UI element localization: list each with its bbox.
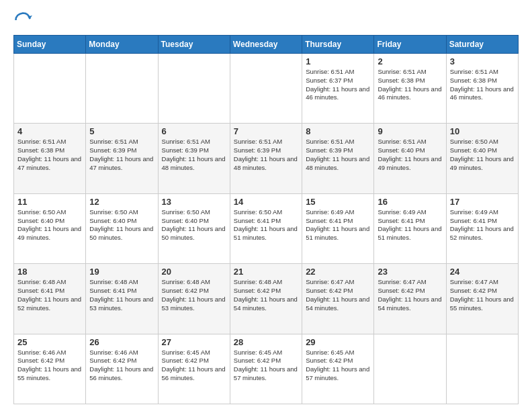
day-cell: 18Sunrise: 6:48 AM Sunset: 6:41 PM Dayli… [14, 264, 86, 334]
day-number: 15 [306, 197, 370, 207]
day-cell: 10Sunrise: 6:50 AM Sunset: 6:40 PM Dayli… [446, 124, 518, 193]
day-info: Sunrise: 6:50 AM Sunset: 6:41 PM Dayligh… [234, 208, 298, 242]
day-info: Sunrise: 6:47 AM Sunset: 6:42 PM Dayligh… [378, 278, 442, 312]
day-info: Sunrise: 6:51 AM Sunset: 6:39 PM Dayligh… [234, 138, 298, 172]
day-number: 9 [378, 126, 442, 136]
day-header-monday: Monday [86, 36, 158, 54]
day-info: Sunrise: 6:46 AM Sunset: 6:42 PM Dayligh… [17, 349, 82, 383]
week-row-1: 1Sunrise: 6:51 AM Sunset: 6:37 PM Daylig… [14, 54, 519, 124]
day-number: 1 [306, 56, 370, 66]
day-cell: 8Sunrise: 6:51 AM Sunset: 6:39 PM Daylig… [302, 124, 374, 193]
day-info: Sunrise: 6:48 AM Sunset: 6:42 PM Dayligh… [162, 278, 226, 312]
header [13, 11, 519, 30]
day-cell: 7Sunrise: 6:51 AM Sunset: 6:39 PM Daylig… [230, 124, 302, 193]
day-cell: 15Sunrise: 6:49 AM Sunset: 6:41 PM Dayli… [302, 193, 374, 263]
day-cell [446, 334, 518, 404]
day-number: 13 [162, 197, 226, 207]
day-cell: 19Sunrise: 6:48 AM Sunset: 6:41 PM Dayli… [86, 264, 158, 334]
day-info: Sunrise: 6:51 AM Sunset: 6:39 PM Dayligh… [89, 138, 154, 172]
logo [13, 11, 35, 30]
day-cell: 11Sunrise: 6:50 AM Sunset: 6:40 PM Dayli… [14, 193, 86, 263]
day-cell: 16Sunrise: 6:49 AM Sunset: 6:41 PM Dayli… [374, 193, 446, 263]
day-number: 3 [450, 56, 515, 66]
week-row-5: 25Sunrise: 6:46 AM Sunset: 6:42 PM Dayli… [14, 334, 519, 404]
day-cell: 25Sunrise: 6:46 AM Sunset: 6:42 PM Dayli… [14, 334, 86, 404]
day-cell: 12Sunrise: 6:50 AM Sunset: 6:40 PM Dayli… [86, 193, 158, 263]
day-info: Sunrise: 6:51 AM Sunset: 6:40 PM Dayligh… [378, 138, 442, 172]
day-number: 22 [306, 267, 370, 277]
day-info: Sunrise: 6:51 AM Sunset: 6:38 PM Dayligh… [17, 138, 82, 172]
day-number: 2 [378, 56, 442, 66]
day-cell: 1Sunrise: 6:51 AM Sunset: 6:37 PM Daylig… [302, 54, 374, 124]
day-cell: 5Sunrise: 6:51 AM Sunset: 6:39 PM Daylig… [86, 124, 158, 193]
day-header-thursday: Thursday [302, 36, 374, 54]
day-number: 4 [17, 126, 82, 136]
day-info: Sunrise: 6:45 AM Sunset: 6:42 PM Dayligh… [234, 349, 298, 383]
day-info: Sunrise: 6:51 AM Sunset: 6:38 PM Dayligh… [378, 68, 442, 102]
day-info: Sunrise: 6:45 AM Sunset: 6:42 PM Dayligh… [306, 349, 370, 383]
day-number: 12 [89, 197, 154, 207]
day-cell: 29Sunrise: 6:45 AM Sunset: 6:42 PM Dayli… [302, 334, 374, 404]
day-number: 20 [162, 267, 226, 277]
day-number: 26 [89, 337, 154, 347]
day-info: Sunrise: 6:51 AM Sunset: 6:39 PM Dayligh… [306, 138, 370, 172]
day-cell: 27Sunrise: 6:45 AM Sunset: 6:42 PM Dayli… [158, 334, 230, 404]
day-cell: 28Sunrise: 6:45 AM Sunset: 6:42 PM Dayli… [230, 334, 302, 404]
day-number: 14 [234, 197, 298, 207]
week-row-4: 18Sunrise: 6:48 AM Sunset: 6:41 PM Dayli… [14, 264, 519, 334]
day-info: Sunrise: 6:47 AM Sunset: 6:42 PM Dayligh… [450, 278, 515, 312]
day-info: Sunrise: 6:47 AM Sunset: 6:42 PM Dayligh… [306, 278, 370, 312]
day-number: 25 [17, 337, 82, 347]
day-header-sunday: Sunday [14, 36, 86, 54]
day-number: 17 [450, 197, 515, 207]
day-info: Sunrise: 6:48 AM Sunset: 6:42 PM Dayligh… [234, 278, 298, 312]
day-cell: 21Sunrise: 6:48 AM Sunset: 6:42 PM Dayli… [230, 264, 302, 334]
day-info: Sunrise: 6:49 AM Sunset: 6:41 PM Dayligh… [306, 208, 370, 242]
day-info: Sunrise: 6:50 AM Sunset: 6:40 PM Dayligh… [450, 138, 515, 172]
calendar-page: SundayMondayTuesdayWednesdayThursdayFrid… [0, 0, 532, 411]
calendar-table: SundayMondayTuesdayWednesdayThursdayFrid… [13, 35, 519, 404]
day-info: Sunrise: 6:48 AM Sunset: 6:41 PM Dayligh… [17, 278, 82, 312]
week-row-2: 4Sunrise: 6:51 AM Sunset: 6:38 PM Daylig… [14, 124, 519, 193]
day-number: 27 [162, 337, 226, 347]
day-number: 6 [162, 126, 226, 136]
day-number: 29 [306, 337, 370, 347]
day-cell [14, 54, 86, 124]
day-info: Sunrise: 6:51 AM Sunset: 6:38 PM Dayligh… [450, 68, 515, 102]
day-number: 28 [234, 337, 298, 347]
day-cell [86, 54, 158, 124]
day-info: Sunrise: 6:51 AM Sunset: 6:39 PM Dayligh… [162, 138, 226, 172]
day-info: Sunrise: 6:50 AM Sunset: 6:40 PM Dayligh… [162, 208, 226, 242]
day-number: 8 [306, 126, 370, 136]
day-cell: 17Sunrise: 6:49 AM Sunset: 6:41 PM Dayli… [446, 193, 518, 263]
day-info: Sunrise: 6:49 AM Sunset: 6:41 PM Dayligh… [450, 208, 515, 242]
day-number: 24 [450, 267, 515, 277]
day-number: 23 [378, 267, 442, 277]
day-header-wednesday: Wednesday [230, 36, 302, 54]
day-number: 16 [378, 197, 442, 207]
day-number: 5 [89, 126, 154, 136]
day-cell [374, 334, 446, 404]
day-cell: 6Sunrise: 6:51 AM Sunset: 6:39 PM Daylig… [158, 124, 230, 193]
week-row-3: 11Sunrise: 6:50 AM Sunset: 6:40 PM Dayli… [14, 193, 519, 263]
day-cell: 24Sunrise: 6:47 AM Sunset: 6:42 PM Dayli… [446, 264, 518, 334]
day-cell [230, 54, 302, 124]
day-number: 18 [17, 267, 82, 277]
day-number: 7 [234, 126, 298, 136]
day-info: Sunrise: 6:49 AM Sunset: 6:41 PM Dayligh… [378, 208, 442, 242]
day-cell: 9Sunrise: 6:51 AM Sunset: 6:40 PM Daylig… [374, 124, 446, 193]
day-number: 21 [234, 267, 298, 277]
day-number: 11 [17, 197, 82, 207]
days-header-row: SundayMondayTuesdayWednesdayThursdayFrid… [14, 36, 519, 54]
day-header-saturday: Saturday [446, 36, 518, 54]
day-header-tuesday: Tuesday [158, 36, 230, 54]
day-cell: 20Sunrise: 6:48 AM Sunset: 6:42 PM Dayli… [158, 264, 230, 334]
day-header-friday: Friday [374, 36, 446, 54]
day-info: Sunrise: 6:51 AM Sunset: 6:37 PM Dayligh… [306, 68, 370, 102]
day-cell: 3Sunrise: 6:51 AM Sunset: 6:38 PM Daylig… [446, 54, 518, 124]
day-cell: 14Sunrise: 6:50 AM Sunset: 6:41 PM Dayli… [230, 193, 302, 263]
day-cell: 13Sunrise: 6:50 AM Sunset: 6:40 PM Dayli… [158, 193, 230, 263]
day-number: 10 [450, 126, 515, 136]
day-number: 19 [89, 267, 154, 277]
day-cell: 22Sunrise: 6:47 AM Sunset: 6:42 PM Dayli… [302, 264, 374, 334]
